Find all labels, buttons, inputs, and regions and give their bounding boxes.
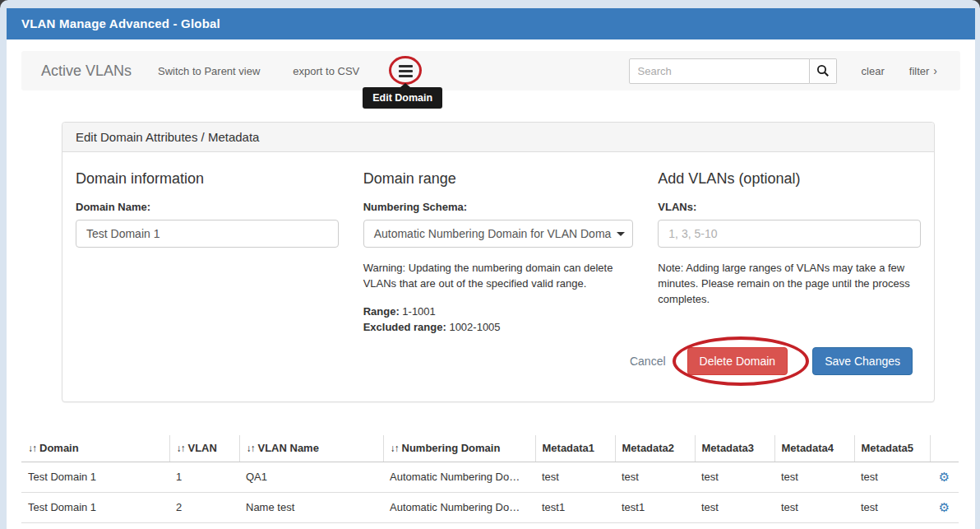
- table-cell: test: [774, 492, 854, 522]
- search-button[interactable]: [810, 58, 837, 84]
- table-cell: test: [535, 462, 615, 492]
- sort-icon: ↓↑: [177, 443, 185, 454]
- table-cell: test: [854, 492, 930, 522]
- search-input[interactable]: [629, 58, 810, 84]
- export-to-csv-link[interactable]: export to CSV: [293, 65, 359, 77]
- table-cell: -: [854, 522, 930, 529]
- caret-down-icon: [617, 232, 625, 236]
- gear-icon[interactable]: ⚙: [939, 500, 950, 514]
- table-body: Test Domain 11QA1Automatic Numbering Dom…: [21, 462, 959, 529]
- table-cell: test: [854, 462, 930, 492]
- filter-link[interactable]: filter ›: [909, 64, 937, 77]
- table-cell: Test Domain 1: [21, 462, 169, 492]
- vlan-table: ↓↑Domain↓↑VLAN↓↑VLAN Name↓↑Numbering Dom…: [21, 435, 959, 529]
- table-cell: test: [615, 462, 695, 492]
- range-label: Range:: [363, 305, 400, 318]
- column-header-vlan-name[interactable]: ↓↑VLAN Name: [239, 435, 383, 462]
- column-header-metadata5: Metadata5: [854, 435, 930, 462]
- edit-domain-tooltip: Edit Domain: [363, 87, 442, 109]
- table-cell: test: [774, 462, 854, 492]
- vlans-input[interactable]: [658, 220, 921, 248]
- table-cell: Test Domain 1: [21, 492, 169, 522]
- page-title: VLAN Manage Advanced - Global: [7, 8, 975, 39]
- row-actions-cell: ⚙: [930, 492, 959, 522]
- panel-body: Domain information Domain Name: Domain r…: [62, 152, 934, 401]
- table-cell: test: [695, 492, 774, 522]
- excluded-range-value: 1002-1005: [446, 321, 501, 333]
- numbering-schema-label: Numbering Schema:: [363, 201, 634, 213]
- column-header-metadata2: Metadata2: [615, 435, 695, 462]
- panel-title: Edit Domain Attributes / Metadata: [62, 123, 934, 152]
- vlans-label: VLANs:: [658, 201, 921, 213]
- column-header-actions: [930, 435, 959, 462]
- chevron-right-icon: ›: [933, 64, 937, 77]
- excluded-range-label: Excluded range:: [363, 321, 446, 333]
- vlans-note-text: Note: Adding large ranges of VLANs may t…: [658, 261, 921, 308]
- sort-icon: ↓↑: [391, 443, 399, 454]
- domain-name-label: Domain Name:: [76, 201, 339, 213]
- table-row: Test Domain 11QA1Automatic Numbering Dom…: [21, 462, 959, 492]
- numbering-schema-select[interactable]: Automatic Numbering Domain for VLAN Doma: [363, 220, 634, 248]
- table-cell: Test42: [239, 522, 383, 529]
- numbering-warning-text: Warning: Updating the numbering domain c…: [363, 261, 634, 292]
- switch-to-parent-view-link[interactable]: Switch to Parent view: [158, 65, 260, 77]
- table-cell: -: [774, 522, 854, 529]
- table-cell: Automatic Numbering Doma...: [383, 462, 535, 492]
- sort-icon: ↓↑: [247, 443, 255, 454]
- excluded-range-line: Excluded range: 1002-1005: [363, 319, 634, 336]
- edit-domain-panel: Edit Domain Attributes / Metadata Domain…: [62, 122, 935, 402]
- add-vlans-heading: Add VLANs (optional): [658, 170, 921, 188]
- column-header-domain[interactable]: ↓↑Domain: [21, 435, 169, 462]
- table-cell: test: [695, 522, 774, 529]
- table-cell: -: [615, 522, 695, 529]
- domain-range-section: Domain range Numbering Schema: Automatic…: [363, 170, 634, 336]
- row-actions-cell: ⚙: [930, 462, 959, 492]
- table-cell: test: [695, 462, 774, 492]
- column-header-metadata4: Metadata4: [774, 435, 854, 462]
- range-line: Range: 1-1001: [363, 304, 634, 320]
- gear-icon[interactable]: ⚙: [939, 470, 950, 484]
- column-header-metadata1: Metadata1: [535, 435, 615, 462]
- table-cell: test1: [535, 492, 615, 522]
- save-changes-button[interactable]: Save Changes: [812, 347, 913, 375]
- search-icon: [816, 64, 830, 77]
- table-cell: test1: [615, 492, 695, 522]
- domain-information-heading: Domain information: [76, 170, 339, 188]
- table-cell: Test Domain 1: [21, 522, 169, 529]
- domain-range-heading: Domain range: [363, 170, 634, 188]
- table-cell: Automatic Numbering Doma...: [383, 522, 535, 529]
- column-header-vlan[interactable]: ↓↑VLAN: [169, 435, 239, 462]
- table-cell: 3: [169, 522, 239, 529]
- table-row: Test Domain 13Test42Automatic Numbering …: [21, 522, 959, 529]
- sort-icon: ↓↑: [28, 443, 36, 454]
- range-info: Range: 1-1001 Excluded range: 1002-1005: [363, 304, 634, 336]
- app-window: VLAN Manage Advanced - Global Active VLA…: [7, 8, 975, 529]
- cancel-link[interactable]: Cancel: [630, 355, 666, 368]
- toolbar: Active VLANs Switch to Parent view expor…: [21, 51, 960, 90]
- table-cell: QA1: [239, 462, 383, 492]
- search-group: [629, 58, 837, 84]
- range-value: 1-1001: [400, 305, 436, 318]
- table-cell: 2: [169, 492, 239, 522]
- filter-label: filter: [909, 65, 930, 77]
- row-actions-cell: ⚙: [930, 522, 959, 529]
- hamburger-menu-icon[interactable]: [399, 65, 413, 77]
- domain-name-input[interactable]: [76, 220, 339, 248]
- table-cell: test: [535, 522, 615, 529]
- panel-actions: Cancel Delete Domain Save Changes: [76, 347, 913, 375]
- table-row: Test Domain 12Name testAutomatic Numberi…: [21, 492, 959, 522]
- add-vlans-section: Add VLANs (optional) VLANs: Note: Adding…: [658, 170, 921, 336]
- table-cell: Name test: [239, 492, 383, 522]
- clear-link[interactable]: clear: [862, 65, 885, 77]
- table-cell: Automatic Numbering Doma...: [383, 492, 535, 522]
- active-vlans-heading: Active VLANs: [41, 63, 132, 80]
- numbering-schema-value: Automatic Numbering Domain for VLAN Doma: [374, 227, 612, 240]
- column-header-metadata3: Metadata3: [695, 435, 774, 462]
- edit-domain-menu[interactable]: Edit Domain: [389, 57, 422, 85]
- table-header-row: ↓↑Domain↓↑VLAN↓↑VLAN Name↓↑Numbering Dom…: [21, 435, 959, 462]
- table-cell: 1: [169, 462, 239, 492]
- delete-domain-button[interactable]: Delete Domain: [687, 347, 788, 375]
- domain-information-section: Domain information Domain Name:: [76, 170, 339, 336]
- column-header-numbering-domain[interactable]: ↓↑Numbering Domain: [383, 435, 535, 462]
